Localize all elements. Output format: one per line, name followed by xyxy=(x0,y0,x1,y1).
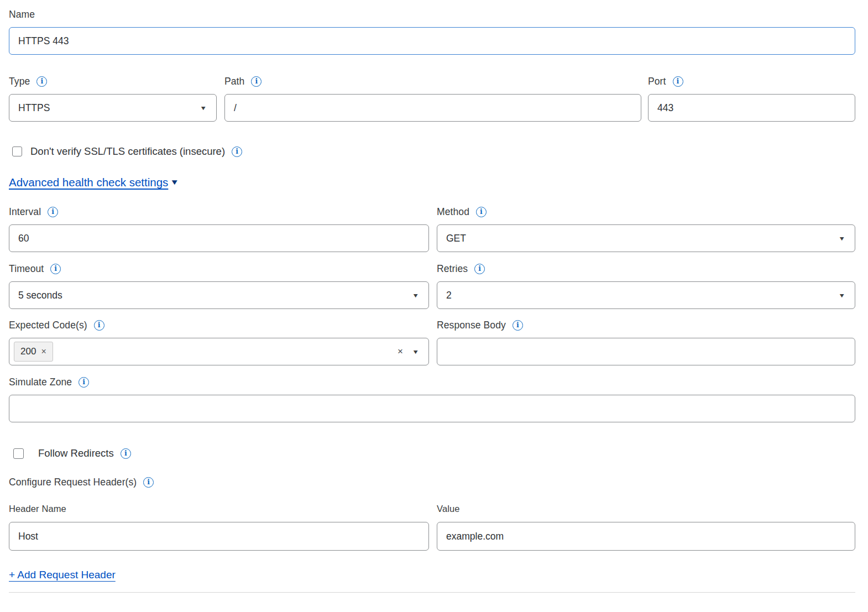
response-body-input[interactable] xyxy=(437,338,855,365)
type-label-text: Type xyxy=(9,76,30,87)
code-chip: 200 × xyxy=(14,342,53,362)
path-input[interactable] xyxy=(224,94,641,122)
verify-ssl-info-icon[interactable]: i xyxy=(232,147,242,157)
chevron-down-icon: ▼ xyxy=(412,292,419,299)
path-label: Path i xyxy=(224,76,641,87)
interval-info-icon[interactable]: i xyxy=(48,207,58,217)
method-select-value: GET xyxy=(446,233,466,244)
codes-body-row: Expected Code(s) i 200 × × ▼ Response Bo… xyxy=(9,320,855,365)
code-chip-value: 200 xyxy=(20,346,36,357)
chevron-down-icon: ▼ xyxy=(412,348,419,355)
header-value-label: Value xyxy=(437,504,855,514)
verify-ssl-label: Don't verify SSL/TLS certificates (insec… xyxy=(30,145,225,158)
section-divider xyxy=(9,592,855,593)
type-info-icon[interactable]: i xyxy=(36,76,47,87)
chevron-down-icon: ▼ xyxy=(838,235,845,242)
timeout-select[interactable]: 5 seconds ▼ xyxy=(9,281,429,309)
method-info-icon[interactable]: i xyxy=(476,207,487,217)
advanced-caret-down-icon[interactable]: ▼ xyxy=(170,178,179,187)
type-select-value: HTTPS xyxy=(18,102,50,114)
header-value-label-text: Value xyxy=(437,504,459,514)
follow-redirects-label: Follow Redirects xyxy=(38,447,114,459)
name-label: Name xyxy=(9,9,855,20)
simulate-zone-input[interactable] xyxy=(9,395,855,422)
port-label: Port i xyxy=(648,76,855,87)
expected-codes-info-icon[interactable]: i xyxy=(94,320,104,331)
timeout-label: Timeout i xyxy=(9,263,429,275)
method-label-text: Method xyxy=(437,206,469,218)
clear-all-icon[interactable]: × xyxy=(398,346,403,357)
header-value-input[interactable] xyxy=(437,522,855,551)
advanced-settings-row: Advanced health check settings ▼ xyxy=(9,176,855,189)
timeout-retries-row: Timeout i 5 seconds ▼ Retries i 2 ▼ xyxy=(9,263,855,309)
verify-ssl-row: Don't verify SSL/TLS certificates (insec… xyxy=(9,145,855,158)
interval-method-row: Interval i Method i GET ▼ xyxy=(9,206,855,252)
add-request-header-link[interactable]: + Add Request Header xyxy=(9,569,116,581)
response-body-label-text: Response Body xyxy=(437,320,506,331)
follow-redirects-info-icon[interactable]: i xyxy=(121,448,131,459)
expected-codes-multiselect[interactable]: 200 × × ▼ xyxy=(9,338,429,365)
follow-redirects-row: Follow Redirects i xyxy=(9,447,855,459)
response-body-info-icon[interactable]: i xyxy=(513,320,523,331)
simulate-zone-label: Simulate Zone i xyxy=(9,376,855,388)
timeout-label-text: Timeout xyxy=(9,263,44,275)
chip-remove-icon[interactable]: × xyxy=(41,347,46,357)
interval-input[interactable] xyxy=(9,224,429,252)
retries-select[interactable]: 2 ▼ xyxy=(437,281,855,309)
simulate-zone-info-icon[interactable]: i xyxy=(79,377,89,388)
header-name-input[interactable] xyxy=(9,522,429,551)
chevron-down-icon: ▼ xyxy=(838,292,845,299)
advanced-settings-link[interactable]: Advanced health check settings xyxy=(9,176,168,189)
port-label-text: Port xyxy=(648,76,666,87)
interval-label: Interval i xyxy=(9,206,429,218)
expected-codes-label: Expected Code(s) i xyxy=(9,320,429,331)
retries-label: Retries i xyxy=(437,263,855,275)
simulate-zone-label-text: Simulate Zone xyxy=(9,376,72,388)
method-select[interactable]: GET ▼ xyxy=(437,224,855,252)
request-headers-section-text: Configure Request Header(s) xyxy=(9,477,137,488)
type-label: Type i xyxy=(9,76,217,87)
interval-label-text: Interval xyxy=(9,206,41,218)
path-info-icon[interactable]: i xyxy=(251,76,262,87)
health-check-form: Name Type i HTTPS ▼ Path i Port i xyxy=(0,0,868,593)
retries-select-value: 2 xyxy=(446,290,452,301)
verify-ssl-checkbox[interactable] xyxy=(12,147,22,156)
timeout-info-icon[interactable]: i xyxy=(50,264,61,274)
type-path-port-row: Type i HTTPS ▼ Path i Port i xyxy=(9,76,855,122)
expected-codes-label-text: Expected Code(s) xyxy=(9,320,87,331)
header-name-label-text: Header Name xyxy=(9,504,66,514)
header-row: Header Name Value xyxy=(9,504,855,551)
name-input[interactable] xyxy=(9,27,855,55)
retries-label-text: Retries xyxy=(437,263,468,275)
follow-redirects-checkbox[interactable] xyxy=(13,448,24,459)
response-body-label: Response Body i xyxy=(437,320,855,331)
port-info-icon[interactable]: i xyxy=(673,76,683,87)
request-headers-info-icon[interactable]: i xyxy=(143,477,154,488)
chevron-down-icon: ▼ xyxy=(200,104,207,111)
header-name-label: Header Name xyxy=(9,504,429,514)
name-label-text: Name xyxy=(9,9,35,20)
request-headers-section-label: Configure Request Header(s) i xyxy=(9,477,855,488)
port-input[interactable] xyxy=(648,94,855,122)
timeout-select-value: 5 seconds xyxy=(18,290,62,301)
type-select[interactable]: HTTPS ▼ xyxy=(9,94,217,122)
retries-info-icon[interactable]: i xyxy=(474,264,485,274)
path-label-text: Path xyxy=(224,76,244,87)
method-label: Method i xyxy=(437,206,855,218)
simulate-zone-row: Simulate Zone i xyxy=(9,376,855,422)
